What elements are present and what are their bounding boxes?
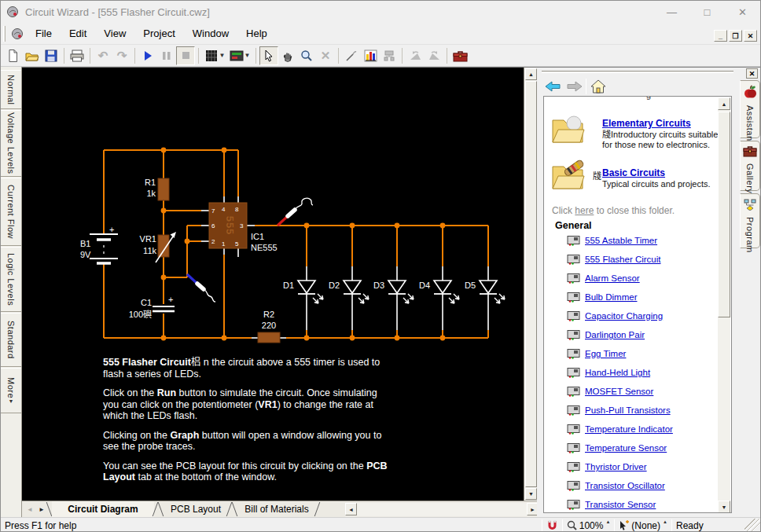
schematic-canvas[interactable]: + B1 9V R1 1k VR1 11k + xyxy=(22,68,524,501)
print-button[interactable] xyxy=(68,46,86,65)
tab-current-flow[interactable]: Current Flow xyxy=(1,178,21,246)
toolbox-button[interactable] xyxy=(450,46,469,65)
led-d3[interactable]: D3 xyxy=(373,226,414,338)
menu-window[interactable]: Window xyxy=(184,24,237,42)
panel-close-button[interactable]: ✕ xyxy=(746,68,758,79)
save-button[interactable] xyxy=(42,46,61,65)
pan-tool-button[interactable] xyxy=(278,46,297,65)
scroll-down-button[interactable]: ▼ xyxy=(718,501,730,513)
panel-grip[interactable] xyxy=(542,71,733,73)
led-d5[interactable]: D5 xyxy=(465,226,505,338)
rotate-left-button[interactable] xyxy=(406,46,425,65)
autoroute-button[interactable] xyxy=(380,46,399,65)
mdi-restore-button[interactable]: ❐ xyxy=(729,30,742,42)
tab-pcb-layout[interactable]: PCB Layout xyxy=(164,501,228,517)
blue-probe[interactable] xyxy=(187,274,215,302)
status-zoom-control[interactable]: 100% ▲ xyxy=(563,518,615,532)
close-folder-note[interactable]: Click here to close this folder. xyxy=(552,205,675,216)
tab-program[interactable]: Program xyxy=(740,193,760,248)
run-button[interactable] xyxy=(138,46,157,65)
scroll-thumb[interactable] xyxy=(525,81,537,487)
red-probe[interactable] xyxy=(278,198,313,226)
resistor-r2[interactable]: R2 220 xyxy=(258,310,280,343)
probe-button[interactable] xyxy=(342,46,361,65)
delete-tool-button[interactable]: ✕ xyxy=(316,46,335,65)
tab-assistant[interactable]: Assistant xyxy=(740,80,760,138)
close-button[interactable]: ✕ xyxy=(725,1,760,23)
nav-home-button[interactable] xyxy=(589,79,608,94)
assistant-scrollbar[interactable]: ▲ ▼ xyxy=(718,97,730,513)
select-tool-button[interactable] xyxy=(259,46,278,65)
graph-button[interactable] xyxy=(361,46,380,65)
list-item[interactable]: Temperature Indicator xyxy=(567,424,581,437)
resistor-r1[interactable]: R1 1k xyxy=(145,178,169,200)
layout-view-button[interactable]: ▼ xyxy=(227,46,252,65)
list-item[interactable]: Hand-Held Light xyxy=(567,367,581,380)
list-item[interactable]: Capacitor Charging xyxy=(567,310,581,324)
scroll-up-button[interactable]: ▲ xyxy=(525,68,537,80)
component-view-button[interactable]: ▼ xyxy=(202,46,227,65)
list-item[interactable]: 555 Flasher Circuit xyxy=(567,254,581,267)
menu-view[interactable]: View xyxy=(95,24,134,42)
elementary-circuits-link[interactable]: Elementary Circuits xyxy=(602,118,691,129)
new-button[interactable] xyxy=(4,46,23,65)
menu-project[interactable]: Project xyxy=(134,24,183,42)
pointer-spinner-icon[interactable]: ▲ xyxy=(663,519,667,524)
scroll-up-button[interactable]: ▲ xyxy=(718,97,730,110)
list-item[interactable]: Push-Pull Transistors xyxy=(567,405,581,418)
basic-circuits-link[interactable]: Basic Circuits xyxy=(602,167,665,178)
menu-help[interactable]: Help xyxy=(237,24,276,42)
redo-button[interactable]: ↷ xyxy=(112,46,131,65)
scroll-thumb[interactable] xyxy=(718,112,730,317)
pause-button[interactable] xyxy=(157,46,176,65)
list-item[interactable]: Alarm Sensor xyxy=(567,273,581,286)
list-item[interactable]: Egg Timer xyxy=(567,348,581,361)
led-d1[interactable]: D1 xyxy=(283,226,323,338)
list-item[interactable]: 555 Astable Timer xyxy=(567,235,581,248)
nav-back-button[interactable] xyxy=(543,79,562,94)
list-item[interactable]: MOSFET Sensor xyxy=(567,386,581,399)
list-item[interactable]: Thyristor Driver xyxy=(567,461,581,475)
list-item[interactable]: Transistor Oscillator xyxy=(567,480,581,493)
canvas-horizontal-scrollbar[interactable]: ◄ ► xyxy=(345,503,539,516)
maximize-button[interactable]: □ xyxy=(689,1,725,23)
tab-more[interactable]: More▼ xyxy=(1,368,21,413)
tab-gallery[interactable]: Gallery xyxy=(740,141,760,191)
minimize-button[interactable]: — xyxy=(654,1,689,23)
list-item[interactable]: Temperature Sensor xyxy=(567,442,581,456)
stop-button[interactable] xyxy=(176,46,195,65)
led-d2[interactable]: D2 xyxy=(329,226,369,338)
menu-edit[interactable]: Edit xyxy=(61,24,95,42)
tab-logic-levels[interactable]: Logic Levels xyxy=(1,247,21,312)
tab-normal[interactable]: Normal xyxy=(1,70,21,109)
mdi-minimize-button[interactable]: _ xyxy=(714,30,727,42)
tab-scroll-left-button[interactable]: ◄ xyxy=(24,504,35,515)
status-magnet-button[interactable] xyxy=(542,518,562,532)
rotate-right-button[interactable] xyxy=(425,46,443,65)
mdi-close-button[interactable]: ✕ xyxy=(744,30,757,42)
nav-forward-button[interactable] xyxy=(565,79,584,94)
undo-button[interactable]: ↶ xyxy=(94,46,112,65)
tab-circuit-diagram[interactable]: Circuit Diagram xyxy=(52,501,154,517)
menu-file[interactable]: File xyxy=(27,24,61,42)
scroll-left-button[interactable]: ◄ xyxy=(345,503,357,515)
led-d4[interactable]: D4 xyxy=(419,226,459,338)
tab-voltage-levels[interactable]: Voltage Levels xyxy=(1,110,21,177)
menubar-grip[interactable] xyxy=(3,26,6,42)
battery-b1[interactable]: + B1 9V xyxy=(80,225,118,263)
zoom-tool-button[interactable] xyxy=(297,46,316,65)
canvas-vertical-scrollbar[interactable]: ▲ ▼ xyxy=(524,68,537,501)
capacitor-c1[interactable]: + C1 100礖 xyxy=(129,295,175,319)
ic1-ne555[interactable]: 555 7 6 2 4 8 1 5 3 IC1 NE555 xyxy=(209,203,278,252)
tab-scroll-right-button[interactable]: ► xyxy=(36,504,47,515)
resize-grip[interactable] xyxy=(744,519,760,532)
potentiometer-vr1[interactable]: VR1 11k xyxy=(140,232,176,262)
zoom-spinner-icon[interactable]: ▲ xyxy=(605,519,610,524)
list-item[interactable]: Bulb Dimmer xyxy=(567,292,581,305)
list-item[interactable]: Darlington Pair xyxy=(567,329,581,343)
tab-bill-of-materials[interactable]: Bill of Materials xyxy=(237,501,316,517)
scroll-down-button[interactable]: ▼ xyxy=(525,488,537,500)
tab-standard[interactable]: Standard xyxy=(1,313,21,367)
list-item[interactable]: Transistor Sensor xyxy=(567,499,581,512)
status-pointer-control[interactable]: (None) ▲ xyxy=(615,518,671,532)
